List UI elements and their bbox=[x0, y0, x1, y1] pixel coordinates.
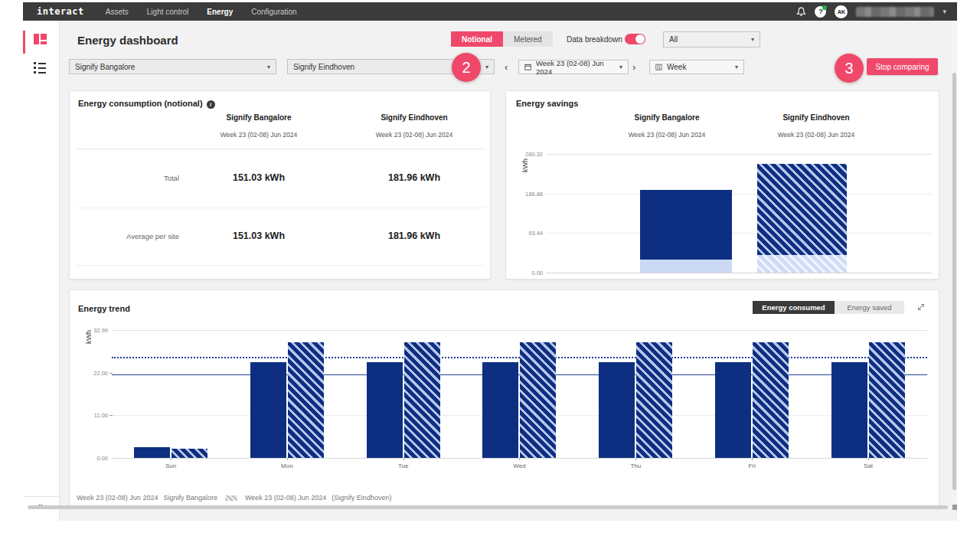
x-tick-label: Thu bbox=[612, 462, 658, 469]
notional-metered-toggle: Notional Metered bbox=[451, 31, 553, 47]
week-calendar-icon bbox=[655, 64, 662, 70]
energy-saved-tab[interactable]: Energy saved bbox=[835, 301, 904, 314]
user-name-redacted bbox=[856, 7, 934, 17]
calendar-icon bbox=[524, 64, 531, 70]
topnav-item-light-control[interactable]: Light control bbox=[147, 8, 188, 16]
horizontal-scrollbar-thumb[interactable] bbox=[28, 505, 948, 509]
trend-bar-solid bbox=[599, 362, 635, 458]
y-tick-label: 0.00 bbox=[512, 270, 543, 276]
consumption-card-title: Energy consumption (notional)i bbox=[78, 99, 215, 109]
granularity-value: Week bbox=[667, 63, 686, 71]
info-icon[interactable]: i bbox=[207, 100, 215, 109]
trend-bar-hatched bbox=[636, 342, 672, 458]
savings-y-axis-label: kWh bbox=[521, 159, 529, 172]
scrollbar-corner bbox=[952, 505, 957, 510]
avatar[interactable]: AK bbox=[835, 5, 848, 18]
site-a-dropdown[interactable]: Signify Bangalore ▾ bbox=[69, 59, 276, 74]
savings-bar-segment-dark bbox=[640, 190, 732, 260]
total-value-site-a: 151.03 kWh bbox=[233, 172, 285, 183]
trend-bar-solid bbox=[250, 362, 286, 458]
trend-legend: Week 23 (02-08) Jun 2024 Signify Bangalo… bbox=[77, 494, 391, 502]
column-header-site-b: Signify Eindhoven bbox=[782, 113, 849, 122]
period-dropdown[interactable]: Week 23 (02-08) Jun 2024 ▾ bbox=[518, 60, 629, 74]
topnav-item-configuration[interactable]: Configuration bbox=[251, 8, 296, 16]
brand-logo[interactable]: interact bbox=[37, 6, 84, 17]
x-tick-label: Sun bbox=[148, 462, 194, 469]
stop-comparing-button[interactable]: Stop comparing bbox=[867, 58, 938, 75]
site-b-value: Signify Eindhoven bbox=[293, 63, 354, 71]
trend-card-title: Energy trend bbox=[78, 304, 130, 313]
topnav-right: ? AK ▾ bbox=[796, 5, 957, 18]
sidebar: » bbox=[23, 21, 60, 521]
site-a-value: Signify Bangalore bbox=[75, 63, 135, 71]
period-value: Week 23 (02-08) Jun 2024 bbox=[536, 59, 619, 76]
y-tick-label: 93.44 bbox=[512, 230, 543, 237]
x-tick-mark bbox=[635, 458, 636, 460]
trend-bar-hatched bbox=[288, 342, 324, 458]
gridline bbox=[546, 233, 932, 234]
table-divider bbox=[76, 265, 485, 266]
y-tick-label: 11.00 bbox=[77, 412, 108, 419]
y-tick-label: 0.00 bbox=[77, 455, 108, 462]
metered-button[interactable]: Metered bbox=[503, 31, 553, 47]
gridline bbox=[112, 330, 927, 331]
x-tick-label: Fri bbox=[729, 462, 775, 469]
caret-down-icon: ▾ bbox=[485, 64, 488, 70]
sidebar-item-dashboard[interactable] bbox=[34, 34, 47, 44]
column-header-site-b: Signify Eindhoven bbox=[381, 113, 447, 122]
column-period-site-b: Week 23 (02-08) Jun 2024 bbox=[376, 131, 453, 139]
help-icon[interactable]: ? bbox=[815, 6, 826, 18]
notifications-bell-icon[interactable] bbox=[796, 6, 806, 17]
data-breakdown-toggle[interactable] bbox=[625, 34, 645, 44]
savings-card-title: Energy savings bbox=[516, 99, 578, 108]
table-divider bbox=[76, 149, 485, 149]
dashboard-icon-blocks bbox=[41, 34, 47, 44]
savings-bar-segment-light bbox=[757, 255, 847, 273]
consumption-title-text: Energy consumption (notional) bbox=[78, 99, 203, 108]
toggle-knob bbox=[635, 34, 645, 44]
expand-chart-icon[interactable] bbox=[916, 302, 926, 312]
topnav-item-energy[interactable]: Energy bbox=[207, 8, 233, 16]
dashboard-icon bbox=[34, 34, 39, 44]
user-menu-caret-icon[interactable]: ▾ bbox=[942, 8, 946, 15]
trend-bar-hatched bbox=[172, 449, 207, 458]
vertical-scrollbar-track bbox=[952, 21, 957, 504]
savings-chart-plot bbox=[546, 154, 932, 273]
legend-a-site: Signify Bangalore bbox=[163, 494, 217, 502]
next-period-chevron[interactable]: › bbox=[632, 62, 635, 72]
x-tick-mark bbox=[403, 458, 404, 460]
scope-dropdown-value: All bbox=[669, 35, 678, 44]
topnav-item-assets[interactable]: Assets bbox=[106, 8, 129, 16]
column-period-site-a: Week 23 (02-08) Jun 2024 bbox=[220, 131, 298, 139]
energy-consumed-tab[interactable]: Energy consumed bbox=[753, 301, 835, 314]
trend-bar-solid bbox=[482, 362, 518, 458]
legend-a-period: Week 23 (02-08) Jun 2024 bbox=[77, 494, 158, 502]
x-tick-label: Mon bbox=[264, 462, 310, 469]
notional-button[interactable]: Notional bbox=[451, 31, 503, 47]
y-tick-mark bbox=[109, 373, 113, 374]
page: interact AssetsLight controlEnergyConfig… bbox=[0, 0, 980, 536]
scope-dropdown[interactable]: All ▾ bbox=[663, 31, 760, 47]
x-tick-mark bbox=[287, 458, 288, 460]
trend-bar-solid bbox=[134, 447, 170, 458]
y-tick-label: 280.32 bbox=[512, 151, 543, 158]
trend-bar-hatched bbox=[753, 342, 789, 458]
trend-bar-solid bbox=[367, 362, 403, 458]
energy-savings-card: Energy savings Signify Bangalore Signify… bbox=[505, 90, 939, 279]
annotation-step-3: 3 bbox=[835, 54, 864, 83]
granularity-dropdown[interactable]: Week ▾ bbox=[649, 60, 744, 74]
previous-period-chevron[interactable]: ‹ bbox=[505, 62, 508, 72]
sidebar-item-list[interactable] bbox=[34, 62, 46, 74]
trend-bar-solid bbox=[831, 362, 867, 458]
x-tick-mark bbox=[868, 458, 869, 460]
column-header-site-a: Signify Bangalore bbox=[634, 113, 699, 122]
trend-bar-hatched bbox=[869, 342, 905, 458]
sidebar-active-indicator bbox=[23, 31, 25, 54]
caret-down-icon: ▾ bbox=[267, 64, 270, 70]
caret-down-icon: ▾ bbox=[619, 64, 622, 70]
x-tick-label: Sat bbox=[845, 462, 891, 469]
savings-bar-segment-light bbox=[640, 260, 732, 273]
annotation-step-2: 2 bbox=[452, 53, 481, 82]
vertical-scrollbar-thumb[interactable] bbox=[952, 73, 956, 490]
gridline bbox=[546, 194, 932, 194]
